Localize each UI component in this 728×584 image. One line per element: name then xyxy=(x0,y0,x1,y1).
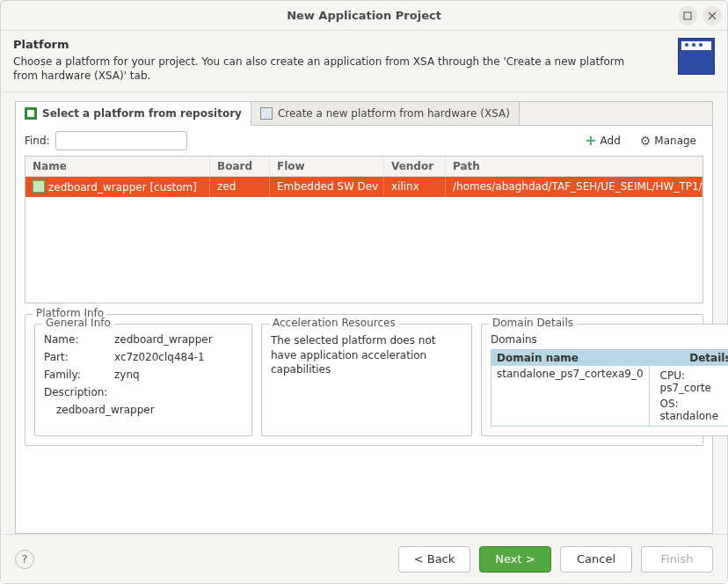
name-key: Name: xyxy=(44,333,106,346)
description-value: zedboard_wrapper xyxy=(44,404,243,416)
col-name[interactable]: Name xyxy=(25,157,210,176)
part-key: Part: xyxy=(44,351,106,363)
back-button[interactable]: < Back xyxy=(398,546,470,573)
description-key: Description: xyxy=(44,386,106,398)
manage-button[interactable]: ⚙ Manage xyxy=(633,132,703,150)
svg-rect-0 xyxy=(684,12,691,19)
name-value: zedboard_wrapper xyxy=(114,333,213,346)
repository-icon xyxy=(25,107,37,120)
domain-cpu: CPU: ps7_corte xyxy=(655,368,728,396)
window-title: New Application Project xyxy=(287,9,441,22)
content-area: Select a platform from repository Create… xyxy=(1,92,727,534)
part-value: xc7z020clq484-1 xyxy=(114,351,205,363)
cell-name-text: zedboard_wrapper [custom] xyxy=(48,181,197,193)
cancel-button[interactable]: Cancel xyxy=(560,546,632,573)
wizard-header: Platform Choose a platform for your proj… xyxy=(1,31,727,92)
domain-col-details: Details xyxy=(649,350,728,366)
domain-details-group: Domain Details Domains Domain name Detai… xyxy=(481,324,728,436)
tab-repository[interactable]: Select a platform from repository xyxy=(16,102,251,126)
table-row[interactable]: zedboard_wrapper [custom] zed Embedded S… xyxy=(25,177,703,197)
domains-label: Domains xyxy=(491,333,728,346)
help-icon: ? xyxy=(22,552,28,566)
next-label: Next > xyxy=(495,552,535,566)
tab-repository-label: Select a platform from repository xyxy=(42,107,242,120)
tab-hardware-label: Create a new platform from hardware (XSA… xyxy=(278,107,510,120)
tabs-container: Select a platform from repository Create… xyxy=(15,101,713,534)
cell-flow: Embedded SW Dev xyxy=(270,177,384,197)
add-button[interactable]: + Add xyxy=(578,132,628,150)
close-icon xyxy=(708,11,717,20)
general-info-group: General Info Name:zedboard_wrapper Part:… xyxy=(34,324,252,436)
hardware-icon xyxy=(260,107,273,120)
tab-hardware-xsa[interactable]: Create a new platform from hardware (XSA… xyxy=(251,102,520,125)
footer: ? < Back Next > Cancel Finish xyxy=(1,534,727,583)
dialog-window: New Application Project Platform Choose … xyxy=(0,0,728,584)
domains-table-header: Domain name Details xyxy=(491,350,728,366)
help-button[interactable]: ? xyxy=(15,550,34,569)
cell-name: zedboard_wrapper [custom] xyxy=(25,177,210,197)
finish-button: Finish xyxy=(641,546,713,573)
plus-icon: + xyxy=(585,134,596,148)
acceleration-group: Acceleration Resources The selected plat… xyxy=(261,324,472,436)
find-input[interactable] xyxy=(55,131,187,150)
next-button[interactable]: Next > xyxy=(479,546,551,573)
page-title: Platform xyxy=(13,38,671,51)
domain-details-legend: Domain Details xyxy=(489,317,577,329)
manage-label: Manage xyxy=(654,135,696,147)
domains-table: Domain name Details standalone_ps7_corte… xyxy=(491,349,728,427)
general-info-legend: General Info xyxy=(42,317,114,329)
domain-row-name: standalone_ps7_cortexa9_0 xyxy=(491,366,649,426)
acceleration-legend: Acceleration Resources xyxy=(269,317,399,329)
wizard-header-text: Platform Choose a platform for your proj… xyxy=(13,38,671,83)
finish-label: Finish xyxy=(660,552,693,566)
platform-info-group: Platform Info General Info Name:zedboard… xyxy=(25,314,703,446)
close-button[interactable] xyxy=(703,6,722,26)
col-flow[interactable]: Flow xyxy=(270,157,384,176)
acceleration-text: The selected platform does not have appl… xyxy=(271,333,462,376)
domain-os: OS: standalone xyxy=(655,396,728,424)
domain-row-details: CPU: ps7_corte OS: standalone xyxy=(649,366,728,426)
cell-vendor: xilinx xyxy=(384,177,446,197)
col-board[interactable]: Board xyxy=(210,157,270,176)
col-vendor[interactable]: Vendor xyxy=(384,157,446,176)
cancel-label: Cancel xyxy=(577,552,615,566)
platform-info-columns: General Info Name:zedboard_wrapper Part:… xyxy=(34,324,694,436)
cell-path: /homes/abaghdad/TAF_SEH/UE_SEIML/HW_TP1/… xyxy=(446,177,703,197)
col-path[interactable]: Path xyxy=(446,157,703,176)
family-key: Family: xyxy=(44,369,106,381)
titlebar: New Application Project xyxy=(1,1,727,31)
gear-icon: ⚙ xyxy=(640,134,652,148)
page-description: Choose a platform for your project. You … xyxy=(13,55,629,83)
platform-table: Name Board Flow Vendor Path zedboard_wra… xyxy=(25,156,703,303)
platform-icon xyxy=(33,180,45,193)
add-label: Add xyxy=(601,135,621,147)
toolbar: Find: + Add ⚙ Manage xyxy=(16,126,712,156)
family-value: zynq xyxy=(114,369,140,381)
titlebar-buttons xyxy=(678,6,722,26)
find-label: Find: xyxy=(25,135,50,147)
banner-icon xyxy=(678,38,715,75)
domain-col-name: Domain name xyxy=(491,350,649,366)
table-body: zedboard_wrapper [custom] zed Embedded S… xyxy=(25,177,703,303)
minimize-button[interactable] xyxy=(678,6,697,26)
domain-row[interactable]: standalone_ps7_cortexa9_0 CPU: ps7_corte… xyxy=(491,366,728,426)
tabbar: Select a platform from repository Create… xyxy=(16,102,712,126)
cell-board: zed xyxy=(210,177,270,197)
minimize-icon xyxy=(683,11,692,20)
table-header: Name Board Flow Vendor Path xyxy=(25,157,703,177)
back-label: < Back xyxy=(414,552,455,566)
